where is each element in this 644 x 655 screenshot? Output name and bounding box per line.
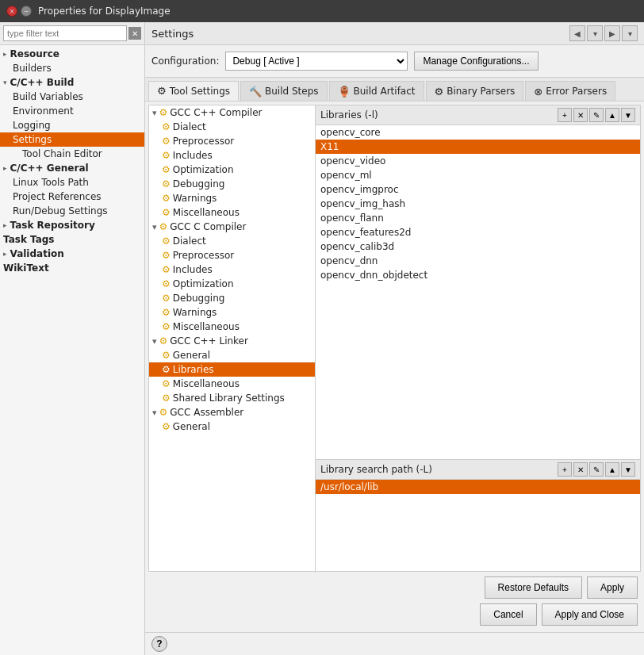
sidebar-item-logging[interactable]: Logging bbox=[0, 118, 144, 132]
settings-body: ▾ ⚙ GCC C++ Compiler⚙ Dialect⚙ Preproces… bbox=[148, 105, 641, 572]
tree-item-gcc-c[interactable]: ▾ ⚙ GCC C Compiler bbox=[149, 220, 315, 234]
linker-libraries-gear-icon: ⚙ bbox=[162, 364, 171, 375]
c-misc-label: Miscellaneous bbox=[173, 321, 240, 332]
manage-configs-button[interactable]: Manage Configurations... bbox=[414, 52, 538, 71]
sidebar-item-ccpp-general[interactable]: ▸C/C++ General bbox=[0, 161, 144, 175]
config-select[interactable]: Debug [ Active ] bbox=[225, 52, 408, 71]
lib-row-opencv_ml[interactable]: opencv_ml bbox=[316, 168, 640, 182]
tree-item-c-warnings[interactable]: ⚙ Warnings bbox=[149, 305, 315, 320]
min-button[interactable]: − bbox=[21, 6, 32, 17]
nav-back-button[interactable]: ◀ bbox=[569, 25, 585, 41]
tab-binary-parsers[interactable]: ⚙ Binary Parsers bbox=[426, 81, 524, 101]
cpp-dialect-label: Dialect bbox=[173, 121, 206, 132]
tree-item-c-includes[interactable]: ⚙ Includes bbox=[149, 262, 315, 277]
tab-build-artifact[interactable]: 🏺 Build Artifact bbox=[329, 81, 424, 101]
tree-item-linker-general[interactable]: ⚙ General bbox=[149, 348, 315, 362]
search-row-usr_local_lib[interactable]: /usr/local/lib bbox=[316, 480, 640, 494]
sidebar-item-linux-tools-path[interactable]: Linux Tools Path bbox=[0, 175, 144, 190]
libraries-panel-title: Libraries (-l) bbox=[320, 109, 378, 121]
tree-item-gcc-cpp-linker[interactable]: ▾ ⚙ GCC C++ Linker bbox=[149, 334, 315, 348]
ccpp-build-label: C/C++ Build bbox=[10, 77, 75, 88]
sidebar-item-build-variables[interactable]: Build Variables bbox=[0, 90, 144, 104]
tab-tool-settings[interactable]: ⚙ Tool Settings bbox=[148, 81, 239, 101]
close-button[interactable]: × bbox=[6, 6, 17, 17]
search-up-button[interactable]: ▲ bbox=[605, 462, 619, 477]
tab-error-parsers[interactable]: ⊗ Error Parsers bbox=[525, 81, 615, 101]
tree-item-gcc-assembler[interactable]: ▾ ⚙ GCC Assembler bbox=[149, 405, 315, 419]
config-label: Configuration: bbox=[151, 56, 219, 67]
lib-row-opencv_flann[interactable]: opencv_flann bbox=[316, 211, 640, 225]
search-edit-button[interactable]: ✎ bbox=[589, 462, 604, 477]
tree-item-c-optimization[interactable]: ⚙ Optimization bbox=[149, 277, 315, 291]
linker-general-label: General bbox=[173, 350, 210, 361]
tree-item-c-preprocessor[interactable]: ⚙ Preprocessor bbox=[149, 248, 315, 262]
tree-item-cpp-warnings[interactable]: ⚙ Warnings bbox=[149, 191, 315, 205]
tree-item-c-misc[interactable]: ⚙ Miscellaneous bbox=[149, 320, 315, 334]
task-repository-label: Task Repository bbox=[10, 220, 95, 231]
tree-item-c-dialect[interactable]: ⚙ Dialect bbox=[149, 234, 315, 248]
sidebar-item-resource[interactable]: ▸Resource bbox=[0, 47, 144, 61]
sidebar-item-settings[interactable]: Settings bbox=[0, 132, 144, 147]
lib-row-opencv_video[interactable]: opencv_video bbox=[316, 154, 640, 168]
filter-input[interactable] bbox=[3, 25, 127, 41]
project-references-label: Project References bbox=[13, 191, 102, 202]
lib-row-opencv_dnn[interactable]: opencv_dnn bbox=[316, 254, 640, 268]
nav-fwd-button[interactable]: ▶ bbox=[604, 25, 620, 41]
tree-item-cpp-misc[interactable]: ⚙ Miscellaneous bbox=[149, 205, 315, 220]
help-button[interactable]: ? bbox=[151, 636, 167, 652]
restore-defaults-button[interactable]: Restore Defaults bbox=[485, 576, 582, 599]
lib-row-opencv_img_hash[interactable]: opencv_img_hash bbox=[316, 197, 640, 211]
lib-row-opencv_dnn_objdetect[interactable]: opencv_dnn_objdetect bbox=[316, 268, 640, 282]
tree-item-linker-shared[interactable]: ⚙ Shared Library Settings bbox=[149, 391, 315, 405]
run-debug-label: Run/Debug Settings bbox=[13, 205, 108, 216]
lib-row-X11[interactable]: X11 bbox=[316, 140, 640, 154]
cancel-button[interactable]: Cancel bbox=[480, 603, 536, 626]
gcc-c-gear-icon: ⚙ bbox=[159, 221, 168, 232]
lib-delete-button[interactable]: ✕ bbox=[573, 108, 588, 122]
search-path-buttons: + ✕ ✎ ▲ ▼ bbox=[558, 462, 635, 477]
apply-and-close-button[interactable]: Apply and Close bbox=[542, 603, 638, 626]
sidebar-item-project-references[interactable]: Project References bbox=[0, 190, 144, 204]
sidebar-item-tool-chain-editor[interactable]: Tool Chain Editor bbox=[0, 147, 144, 161]
sidebar-item-validation[interactable]: ▸Validation bbox=[0, 247, 144, 261]
tree-item-cpp-preprocessor[interactable]: ⚙ Preprocessor bbox=[149, 134, 315, 148]
lib-row-opencv_core[interactable]: opencv_core bbox=[316, 125, 640, 140]
apply-button[interactable]: Apply bbox=[587, 576, 638, 599]
tree-item-cpp-includes[interactable]: ⚙ Includes bbox=[149, 148, 315, 163]
search-delete-button[interactable]: ✕ bbox=[573, 462, 588, 477]
sidebar-item-environment[interactable]: Environment bbox=[0, 104, 144, 118]
sidebar-item-run-debug[interactable]: Run/Debug Settings bbox=[0, 204, 144, 218]
c-includes-gear-icon: ⚙ bbox=[162, 264, 171, 275]
sidebar-filter-bar: ✕ bbox=[0, 22, 144, 45]
search-down-button[interactable]: ▼ bbox=[621, 462, 635, 477]
lib-edit-button[interactable]: ✎ bbox=[589, 108, 604, 122]
tree-item-linker-misc[interactable]: ⚙ Miscellaneous bbox=[149, 377, 315, 391]
lib-add-button[interactable]: + bbox=[558, 108, 572, 122]
lib-down-button[interactable]: ▼ bbox=[621, 108, 635, 122]
lib-row-opencv_calib3d[interactable]: opencv_calib3d bbox=[316, 239, 640, 254]
tree-item-cpp-optimization[interactable]: ⚙ Optimization bbox=[149, 163, 315, 177]
cpp-debugging-label: Debugging bbox=[173, 178, 225, 190]
search-add-button[interactable]: + bbox=[558, 462, 572, 477]
nav-fwd2-button[interactable]: ▾ bbox=[622, 25, 638, 41]
tree-item-gcc-cpp[interactable]: ▾ ⚙ GCC C++ Compiler bbox=[149, 105, 315, 120]
sidebar-item-builders[interactable]: Builders bbox=[0, 61, 144, 75]
tree-item-asm-general[interactable]: ⚙ General bbox=[149, 419, 315, 434]
lib-row-opencv_features2d[interactable]: opencv_features2d bbox=[316, 225, 640, 239]
sidebar-item-wikitext[interactable]: WikiText bbox=[0, 261, 144, 275]
sidebar-item-ccpp-build[interactable]: ▾C/C++ Build bbox=[0, 75, 144, 90]
tree-item-linker-libraries[interactable]: ⚙ Libraries bbox=[149, 362, 315, 377]
lib-row-opencv_imgproc[interactable]: opencv_imgproc bbox=[316, 182, 640, 197]
tree-item-cpp-dialect[interactable]: ⚙ Dialect bbox=[149, 120, 315, 134]
sidebar-item-task-tags[interactable]: Task Tags bbox=[0, 232, 144, 247]
tree-item-c-debugging[interactable]: ⚙ Debugging bbox=[149, 291, 315, 305]
gcc-cpp-label: GCC C++ Compiler bbox=[170, 107, 262, 118]
tree-item-cpp-debugging[interactable]: ⚙ Debugging bbox=[149, 177, 315, 191]
c-preprocessor-label: Preprocessor bbox=[173, 250, 234, 261]
nav-back2-button[interactable]: ▾ bbox=[587, 25, 603, 41]
sidebar-item-task-repository[interactable]: ▸Task Repository bbox=[0, 218, 144, 232]
clear-filter-button[interactable]: ✕ bbox=[128, 27, 141, 40]
tab-build-steps[interactable]: 🔨 Build Steps bbox=[240, 81, 328, 101]
lib-up-button[interactable]: ▲ bbox=[605, 108, 619, 122]
task-tags-label: Task Tags bbox=[3, 234, 55, 245]
